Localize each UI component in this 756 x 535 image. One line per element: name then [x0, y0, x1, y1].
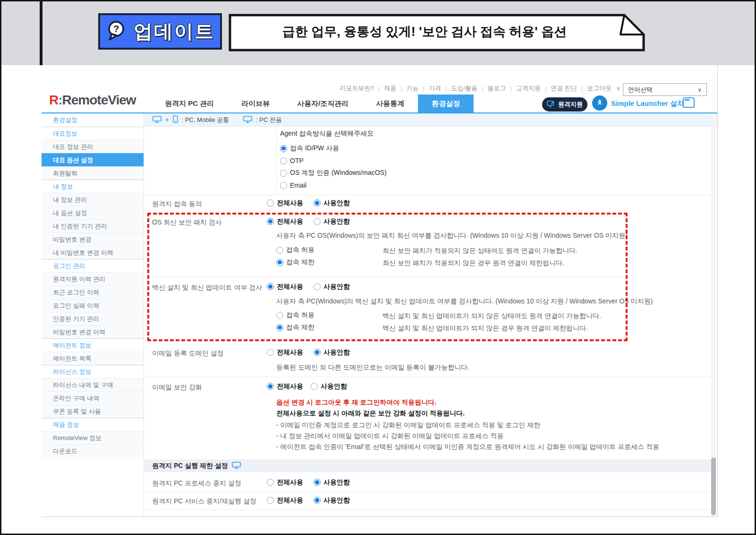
chevron-down-icon[interactable]: ∨ [616, 85, 620, 92]
update-badge: ? 업데이트 [98, 13, 222, 50]
sidebar-group-label[interactable]: 대표정보 [42, 127, 144, 140]
sidebar-item[interactable]: 인증된 기기 관리 [42, 312, 144, 325]
sidebar-item[interactable]: 다운로드 [42, 444, 144, 457]
main-nav-tabs: 원격지 PC 관리라이브뷰사용자/조직관리사용통계환경설정 [151, 95, 474, 112]
language-select[interactable]: 언어선택 ∨ [623, 83, 707, 96]
nav-tab[interactable]: 환경설정 [418, 95, 474, 112]
separator: | [581, 85, 583, 92]
divider [144, 195, 713, 195]
radio-label[interactable]: 사용안함 [321, 382, 347, 390]
radio-icon[interactable] [280, 145, 287, 152]
process-stop-radio-group: 전체사용 사용안함 [267, 478, 358, 487]
agent-auth-option[interactable]: 접속 ID/PW 사용 [280, 142, 387, 155]
sidebar-item[interactable]: 로그인 실패 이력 [42, 299, 144, 312]
agent-auth-option[interactable]: Email [280, 179, 387, 191]
radio-icon[interactable] [314, 497, 321, 504]
sidebar-item[interactable]: 비밀번호 변경 [42, 233, 144, 246]
sidebar-item[interactable]: 온라인 구매 내역 [42, 391, 144, 405]
utility-link[interactable]: 가격 [429, 84, 441, 93]
utility-link[interactable]: 고객지원 [516, 84, 541, 93]
phone-icon [173, 115, 178, 124]
plus-icon: + [165, 116, 169, 123]
radio-icon[interactable] [280, 182, 287, 189]
nav-tab[interactable]: 원격지 PC 관리 [151, 95, 228, 112]
divider [144, 377, 713, 377]
logo-name: RemoteView [62, 93, 136, 107]
radio-label[interactable]: 전체사용 [277, 478, 303, 486]
simple-launcher-install-link[interactable]: Simple Launcher 설치 [611, 99, 684, 108]
separator: | [400, 85, 402, 92]
radio-icon[interactable] [311, 383, 318, 390]
divider [144, 509, 713, 510]
sidebar-item[interactable]: 비밀번호 변경 이력 [42, 325, 144, 338]
nav-tab[interactable]: 사용자/조직관리 [283, 95, 362, 112]
remoteview-logo[interactable]: R:RemoteView [49, 93, 136, 108]
nav-tab[interactable]: 사용통계 [362, 95, 418, 112]
email-security-bullet: - 내 정보 관리에서 이메일 업데이트 시 강화된 이메일 업데이트 프로세스… [276, 432, 659, 443]
utility-link[interactable]: 도입/활용 [451, 84, 477, 93]
radio-label[interactable]: 사용안함 [323, 348, 350, 356]
scrollbar-thumb[interactable] [711, 457, 716, 515]
svg-text:?: ? [113, 24, 119, 34]
radio-icon[interactable] [267, 479, 274, 486]
email-domain-description: 등록된 도메인 외 다른 도메인으로는 이메일 등록이 불가능합니다. [276, 363, 469, 372]
sidebar-group-label[interactable]: 라이선스 정보 [42, 365, 144, 378]
radio-icon[interactable] [314, 199, 321, 207]
sidebar-group-label[interactable]: 내 정보 [42, 180, 144, 193]
utility-link[interactable]: 제품 [384, 84, 396, 93]
radio-icon[interactable] [280, 170, 287, 177]
utility-link[interactable]: 연결 진단 [551, 84, 577, 93]
agent-auth-option[interactable]: OS 계정 인증 (Windows/macOS) [280, 167, 387, 179]
sidebar-item[interactable]: 최근 로그인 이력 [42, 285, 144, 299]
sidebar-item[interactable]: 쿠폰 등록 및 사용 [42, 405, 144, 418]
sidebar-group-label[interactable]: 환경설정 [42, 113, 144, 127]
utility-link[interactable]: 기능 [407, 84, 419, 93]
rocket-launcher-icon[interactable] [592, 95, 607, 111]
sidebar-item[interactable]: 원격지원 이력 관리 [42, 272, 144, 285]
radio-label[interactable]: 전체사용 [277, 199, 303, 207]
sidebar-item[interactable]: 내 인증된 기기 관리 [42, 219, 144, 233]
utility-link[interactable]: 블로그 [487, 84, 506, 93]
sidebar-group-label[interactable]: 제품 정보 [42, 418, 144, 431]
nav-tab[interactable]: 라이브뷰 [228, 95, 283, 112]
banner-left-accent [40, 1, 42, 65]
sidebar-item[interactable]: 라이선스 내역 및 구매 [42, 378, 144, 391]
separator: | [378, 85, 380, 92]
remote-support-button[interactable]: 원격지원 [542, 97, 587, 112]
sidebar-item[interactable]: 에이전트 목록 [42, 352, 144, 365]
radio-icon[interactable] [267, 349, 274, 356]
radio-label[interactable]: 전체사용 [277, 348, 303, 356]
sidebar-item[interactable]: 내 옵션 설정 [42, 206, 144, 219]
radio-label[interactable]: 전체사용 [277, 382, 303, 390]
window-icon[interactable] [683, 97, 695, 108]
column-divider [276, 128, 277, 195]
radio-label[interactable]: 사용안함 [323, 478, 350, 486]
sidebar-item[interactable]: 회원탈퇴 [42, 166, 144, 180]
utility-nav: 리모트뷰란?|제품|기능|가격|도입/활용|블로그|고객지원|연결 진단|로그아… [340, 84, 620, 93]
legend-pc-mobile-label: : PC, Mobile 공통 [182, 116, 229, 124]
sidebar-item[interactable]: 내 정보 관리 [42, 193, 144, 206]
radio-icon[interactable] [267, 199, 274, 207]
sidebar-group-label[interactable]: 로그인 관리 [42, 259, 144, 272]
monitor-icon [153, 116, 161, 124]
scrollbar-track[interactable] [711, 113, 716, 517]
utility-link[interactable]: 리모트뷰란? [340, 84, 374, 93]
pc-limit-section-title: 원격지 PC 실행 제한 설정 [152, 462, 228, 470]
sidebar-group-label[interactable]: 에이전트 정보 [42, 338, 144, 352]
radio-label[interactable]: 전체사용 [277, 496, 303, 504]
sidebar-item[interactable]: 내 비밀번호 변경 이력 [42, 246, 144, 259]
sidebar-item[interactable]: RemoteView 정보 [42, 431, 144, 444]
radio-icon[interactable] [314, 479, 321, 486]
radio-icon[interactable] [267, 383, 274, 390]
radio-label[interactable]: 사용안함 [323, 199, 350, 207]
radio-icon[interactable] [280, 157, 287, 164]
agent-auth-option[interactable]: OTP [280, 155, 387, 167]
service-stop-radio-group: 전체사용 사용안함 [267, 496, 358, 505]
radio-label[interactable]: 사용안함 [323, 496, 350, 504]
utility-link[interactable]: 로그아웃 [587, 84, 612, 93]
sidebar-item[interactable]: 대표 정보 관리 [42, 140, 144, 153]
sidebar-item-active[interactable]: 대표 옵션 설정 [42, 153, 144, 166]
radio-icon[interactable] [314, 349, 321, 356]
email-security-bullet: - 이메일 미인증 계정으로 로그인 시 강화된 이메일 업데이트 프로세스 적… [276, 421, 659, 432]
radio-icon[interactable] [267, 497, 274, 504]
